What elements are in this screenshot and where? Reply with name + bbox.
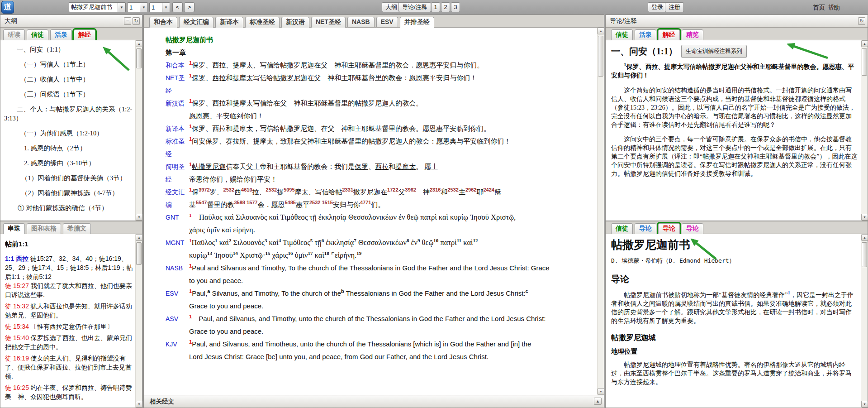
refresh-icon[interactable]: ↻ [133, 17, 140, 25]
prev-verse-button[interactable]: < [172, 2, 183, 12]
outline-scrollbar[interactable]: ▲ ▼ [135, 40, 142, 221]
next-verse-button[interactable]: > [184, 2, 194, 12]
scroll-up-icon[interactable]: ▲ [861, 234, 868, 241]
outline-toggle-button[interactable]: 大纲 [382, 2, 401, 12]
outline-item[interactable]: 二、个人：与帖撒罗尼迦人的关系（1:2-3:13） [4, 105, 133, 123]
verse-ref-link[interactable]: 徒 15:34 [5, 323, 29, 330]
outline-item[interactable]: 一、问安（1:1） [4, 45, 133, 54]
register-button[interactable]: 注册 [665, 2, 684, 12]
scrollbar-thumb[interactable] [598, 36, 603, 77]
tab-经文汇编[interactable]: 经文汇编 [179, 17, 213, 28]
version-label-NET圣经[interactable]: NET圣经 [166, 72, 189, 97]
tab-导论[interactable]: 导论 [658, 223, 680, 235]
collapse-icon[interactable]: ▲ [594, 398, 602, 405]
tab-新汉语[interactable]: 新汉语 [281, 17, 309, 28]
chapter-select[interactable]: 1 ▼ [127, 2, 148, 12]
outline-item[interactable]: （1）因着他们的基督徒美德（3节） [4, 173, 133, 182]
commentary-scrollbar[interactable]: ▲ ▼ [861, 40, 868, 221]
version-label-NASB[interactable]: NASB [166, 262, 189, 287]
series-button[interactable]: 生命宝训解经注释系列 [681, 45, 747, 58]
tab-活泉[interactable]: 活泉 [50, 29, 72, 41]
columns-2-button[interactable]: 2 [441, 2, 450, 12]
intro-scrollbar[interactable]: ▲ ▼ [861, 234, 868, 408]
refresh-icon[interactable]: ↻ [858, 17, 865, 25]
tab-信徒[interactable]: 信徒 [611, 223, 633, 235]
outline-item[interactable]: （一）为他们感恩（1:2-10） [4, 129, 133, 138]
tab-并排圣经[interactable]: 并排圣经 [400, 17, 434, 28]
home-link[interactable]: 首页 [813, 4, 825, 12]
version-label-新译本[interactable]: 新译本 [166, 122, 189, 135]
tab-精览[interactable]: 精览 [682, 29, 703, 41]
outline-item[interactable]: （一）写信人（1节上） [4, 60, 133, 69]
tab-信徒[interactable]: 信徒 [27, 29, 48, 41]
list-icon[interactable]: ≡ [124, 17, 131, 25]
scroll-down-icon[interactable]: ▼ [861, 401, 868, 408]
columns-1-button[interactable]: 1 [431, 2, 440, 12]
scroll-up-icon[interactable]: ▲ [598, 28, 604, 34]
tab-导论[interactable]: 导论 [682, 223, 703, 235]
verse-ref-link[interactable]: 徒 15:27 [5, 282, 29, 289]
intro-notes-toggle-button[interactable]: 导论/注释 [398, 2, 431, 12]
app-logo[interactable]: 道 [1, 1, 14, 14]
scrollbar-thumb[interactable] [862, 242, 867, 267]
verse-ref-link[interactable]: 徒 16:19 [5, 355, 29, 362]
outline-item[interactable]: （二）收信人（1节中） [4, 75, 133, 84]
verse-ref-link[interactable]: 徒 16:25 [5, 384, 29, 391]
version-label-标准圣经[interactable]: 标准圣经 [166, 135, 189, 160]
intro-panel: 信徒导论导论导论 帖撒罗尼迦前书 D. 埃德蒙・希伯特（D. Edmond Hi… [605, 221, 868, 408]
verse-select[interactable]: 1 ▼ [149, 2, 170, 12]
tab-信徒[interactable]: 信徒 [611, 29, 633, 41]
outline-item[interactable]: 1. 感恩的特点（2节） [4, 144, 133, 153]
tab-图和表格[interactable]: 图和表格 [27, 223, 61, 235]
book-select[interactable]: 帖撒罗尼迦前书 ▼ [69, 2, 126, 12]
outline-item[interactable]: ① 对他们蒙拣选的确信（4节） [4, 203, 133, 212]
help-link[interactable]: 帮助 [828, 4, 840, 12]
tab-解经[interactable]: 解经 [658, 29, 680, 41]
tab-NET圣经[interactable]: NET圣经 [311, 17, 346, 28]
tab-和合本[interactable]: 和合本 [149, 17, 177, 28]
outline-item[interactable]: 2. 感恩的缘由（3-10节） [4, 158, 133, 168]
scroll-down-icon[interactable]: ▼ [598, 388, 604, 395]
version-label-KJV[interactable]: KJV [166, 338, 189, 363]
version-label-经文汇编[interactable]: 经文汇编 [166, 186, 189, 211]
verse-ref-link[interactable]: 徒 15:32 [5, 302, 29, 310]
version-label-简明圣经[interactable]: 简明圣经 [166, 160, 189, 186]
tab-串珠[interactable]: 串珠 [3, 223, 25, 235]
tab-研读[interactable]: 研读 [3, 29, 25, 41]
outline-item[interactable]: （三）问候语（1节下） [4, 90, 133, 99]
scroll-up-icon[interactable]: ▲ [861, 40, 868, 47]
version-label-新汉语[interactable]: 新汉语 [166, 97, 189, 122]
concordance-scrollbar[interactable]: ▲ ▼ [135, 234, 142, 408]
scroll-up-icon[interactable]: ▲ [136, 40, 142, 47]
login-button[interactable]: 登录 [648, 2, 667, 12]
tab-解经[interactable]: 解经 [74, 29, 95, 41]
concordance-verse: 徒 15:27 我们就差了犹大和西拉、他们也要亲口诉说这些事. [5, 281, 133, 299]
verse-ref-link[interactable]: 徒 15:40 [5, 334, 29, 341]
version-label-GNT[interactable]: GNT [166, 211, 189, 236]
scrollbar-thumb[interactable] [136, 242, 142, 265]
version-label-MGNT[interactable]: MGNT [166, 236, 189, 262]
commentary-paragraphs: 这个简短的问安的结构遵循的是当时通用的书信格式。一封信开篇的问安通常由写信人、收… [611, 86, 858, 178]
tab-活泉[interactable]: 活泉 [635, 29, 656, 41]
bible-scrollbar[interactable]: ▲ ▼ [597, 28, 604, 395]
outline-item[interactable]: （2）因着他们蒙神拣选（4-7节） [4, 188, 133, 197]
version-label-和合本[interactable]: 和合本 [166, 59, 189, 72]
scroll-down-icon[interactable]: ▼ [861, 214, 868, 221]
tab-标准圣经[interactable]: 标准圣经 [245, 17, 280, 28]
version-label-ASV[interactable]: ASV [166, 312, 189, 338]
columns-3-button[interactable]: 3 [451, 2, 460, 12]
tab-ESV[interactable]: ESV [376, 17, 398, 27]
tab-新译本[interactable]: 新译本 [215, 17, 243, 28]
scrollbar-thumb[interactable] [136, 48, 142, 68]
scroll-down-icon[interactable]: ▼ [136, 214, 142, 221]
bible-version-row: 简明圣经1帖撒罗尼迦信奉天父上帝和主耶稣基督的教会：我们是保罗、西拉和提摩太。 … [166, 160, 601, 186]
tab-希腊文[interactable]: 希腊文 [63, 223, 91, 235]
scroll-up-icon[interactable]: ▲ [136, 234, 142, 241]
tab-导论[interactable]: 导论 [635, 223, 656, 235]
concordance-entry-link[interactable]: 1:1 西拉 [5, 255, 28, 262]
version-label-ESV[interactable]: ESV [166, 287, 189, 312]
related-verses-bar[interactable]: 相关经文 ▲ [144, 395, 604, 408]
tab-NASB[interactable]: NASB [347, 17, 375, 27]
scroll-down-icon[interactable]: ▼ [136, 401, 142, 408]
scrollbar-thumb[interactable] [862, 48, 867, 76]
